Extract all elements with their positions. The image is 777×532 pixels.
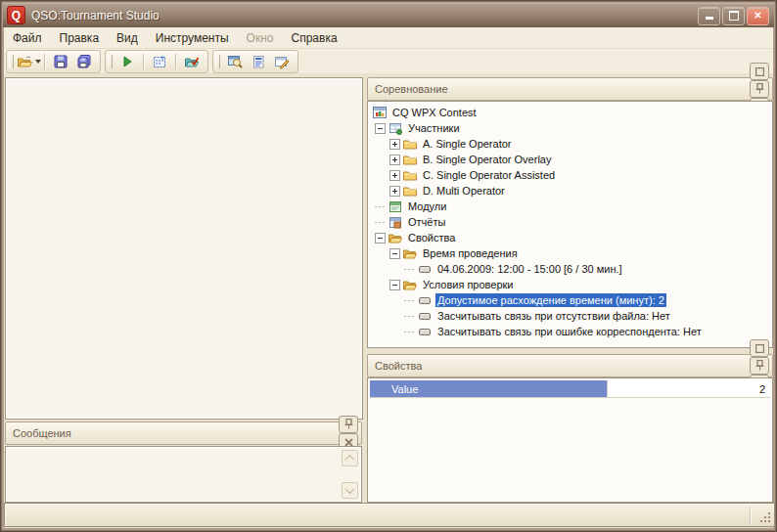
tree-connector [375,222,387,223]
close-button[interactable]: ✕ [747,7,769,25]
tree-expander-slot[interactable] [388,186,401,197]
tree-item-label[interactable]: Условия проверки [421,278,516,291]
property-grid-row[interactable]: Value 2 [370,380,770,398]
tree-expander-slot[interactable] [374,123,387,134]
folder-closed-icon [402,152,418,167]
menu-item-1[interactable]: Правка [51,29,109,47]
tree-expander-slot[interactable] [388,248,401,259]
property-name-cell[interactable]: Value [370,380,607,397]
pin-button[interactable] [339,416,358,433]
edit-properties-icon [274,54,290,69]
folder-open-icon [402,277,418,292]
tree-item-label[interactable]: CQ WPX Contest [390,106,479,119]
tree-item-label[interactable]: C. Single Operator Assisted [421,168,557,182]
tree-item-label[interactable]: D. Multi Operator [421,184,507,198]
tree-item[interactable]: 04.06.2009: 12:00 - 15:00 [6 / 30 мин.] [368,261,772,277]
menu-item-3[interactable]: Инструменты [147,29,238,47]
minimize-button[interactable] [698,7,720,25]
tree-item[interactable]: Отчёты [368,214,772,230]
tree-expander-slot[interactable] [374,233,387,244]
toolbar-grip[interactable] [108,55,113,68]
tree-item[interactable]: D. Multi Operator [368,183,772,199]
save-all-button[interactable] [72,52,96,71]
tournament-panel-header[interactable]: Соревнование [367,77,773,101]
folder-open-icon [402,245,418,261]
tree-item-label[interactable]: Допустимое расхождение времени (минут): … [435,293,666,307]
tree-item[interactable]: A. Single Operator [368,136,772,152]
tree-item-label[interactable]: Отчёты [406,215,447,229]
expand-plus-icon[interactable] [389,170,400,181]
tournament-tree: CQ WPX ContestУчастникиA. Single Operato… [368,102,772,339]
expand-plus-icon[interactable] [389,139,400,150]
property-value-cell[interactable]: 2 [607,380,770,397]
window-controls: ✕ [696,7,769,25]
maximize-button[interactable] [750,339,769,357]
edit-properties-button[interactable] [270,52,294,71]
toolbar-grip[interactable] [9,55,14,68]
menu-item-0[interactable]: Файл [4,29,51,47]
tree-expander-slot [403,300,416,301]
tree-item[interactable]: C. Single Operator Assisted [368,167,772,183]
menu-item-2[interactable]: Вид [108,29,147,47]
tree-connector [404,316,416,317]
tree-item[interactable]: CQ WPX Contest [368,105,772,120]
schedule-button[interactable] [148,52,171,71]
dropdown-caret-icon[interactable] [35,60,41,64]
open-button[interactable] [17,52,40,71]
tree-item[interactable]: Допустимое расхождение времени (минут): … [368,292,772,308]
tree-item-label[interactable]: Участники [406,121,462,135]
menu-item-5[interactable]: Справка [283,29,346,47]
workspace-panel [5,77,363,420]
tree-item-label[interactable]: Засчитывать связь при ошибке корреспонде… [435,325,704,338]
tree-expander-slot[interactable] [388,170,401,181]
folder-closed-icon [402,183,418,199]
tree-connector [404,332,416,332]
tree-item[interactable]: Свойства [368,230,772,245]
tree-item-label[interactable]: A. Single Operator [421,137,514,151]
minimize-icon [706,17,713,20]
resize-grip-icon[interactable] [768,520,770,522]
expand-plus-icon[interactable] [389,186,400,197]
tree-item[interactable]: Засчитывать связь при отсутствии файла: … [368,308,772,324]
collapse-minus-icon[interactable] [389,280,400,290]
tree-expander-slot[interactable] [388,280,401,290]
tree-item[interactable]: B. Single Operator Overlay [368,152,772,167]
tree-item[interactable]: Участники [368,120,772,136]
tree-expander-slot[interactable] [388,139,401,150]
run-button[interactable] [115,52,139,71]
tree-item-label[interactable]: Время проведения [421,246,520,260]
report-button[interactable] [247,52,270,71]
pin-button[interactable] [750,80,769,98]
tree-item[interactable]: Засчитывать связь при ошибке корреспонде… [368,324,772,339]
collapse-minus-icon[interactable] [375,123,386,134]
toolbar-separator [143,54,144,69]
validate-button[interactable] [180,52,204,71]
search-button[interactable] [223,52,247,71]
tree-item[interactable]: Модули [368,199,772,214]
tree-item[interactable]: Время проведения [368,245,772,261]
tree-item[interactable]: Условия проверки [368,277,772,292]
menu-bar: ФайлПравкаВидИнструментыОкноСправка [4,27,773,49]
collapse-minus-icon[interactable] [389,248,400,259]
scroll-up-button[interactable] [342,450,358,466]
tree-item-label[interactable]: B. Single Operator Overlay [421,153,553,166]
property-grid: Value 2 [367,377,773,503]
collapse-minus-icon[interactable] [375,233,386,244]
tree-item-label[interactable]: Засчитывать связь при отсутствии файла: … [435,309,672,323]
title-bar[interactable]: Q QSO:Tournament Studio ✕ [3,3,774,27]
tree-item-label[interactable]: 04.06.2009: 12:00 - 15:00 [6 / 30 мин.] [435,262,624,276]
scroll-down-button[interactable] [342,482,358,499]
tree-item-label[interactable]: Модули [406,200,448,213]
toolbar-separator [175,54,176,69]
pin-button[interactable] [750,357,769,375]
tree-expander-slot[interactable] [388,155,401,165]
maximize-button[interactable] [750,63,769,80]
properties-panel-header[interactable]: Свойства [367,354,773,377]
maximize-button[interactable] [722,7,745,25]
toolbar-grip[interactable] [215,55,220,68]
save-button[interactable] [49,52,72,71]
messages-panel-header[interactable]: Сообщения [5,421,362,445]
expand-plus-icon[interactable] [389,155,400,165]
tree-expander-slot [403,269,416,270]
tree-item-label[interactable]: Свойства [406,231,457,244]
